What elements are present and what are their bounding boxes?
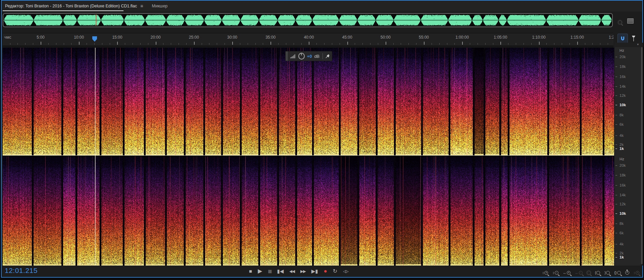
timed-record-button[interactable]: [625, 268, 629, 275]
chevron-down-icon[interactable]: ▾: [637, 43, 639, 46]
frequency-tick: [615, 213, 617, 214]
frequency-label: 6k: [620, 122, 624, 126]
overview-waveform-strip[interactable]: [3, 13, 613, 27]
zoom-to-selection-button[interactable]: {}: [614, 268, 621, 275]
panel-list-icon[interactable]: [627, 18, 634, 24]
pause-button[interactable]: ▮▮: [268, 266, 271, 276]
zoom-to-out-point-button[interactable]: }: [604, 268, 610, 275]
loop-playback-button[interactable]: ↻: [333, 266, 337, 276]
stopwatch-icon: [625, 271, 629, 275]
zoom-modifier-glyph: ↕: [634, 271, 636, 275]
time-display[interactable]: 12:01.215: [5, 267, 38, 275]
frequency-tick: [615, 95, 617, 96]
frequency-label: 18k: [620, 173, 626, 177]
ruler-minor-tick: [408, 43, 409, 45]
ruler-minor-tick: [562, 43, 562, 45]
frequency-tick: [615, 57, 617, 57]
tab-mixer[interactable]: Микшер: [149, 1, 171, 11]
skip-to-start-button[interactable]: ▮◀: [277, 266, 284, 276]
fast-forward-button[interactable]: ▶▶: [300, 266, 306, 276]
overview-waveform-canvas[interactable]: [4, 14, 612, 26]
zoom-in-horizontal-button[interactable]: ↔+: [563, 268, 571, 275]
frequency-scale-panel: Hz20k18k16k14k12k10k8k6k4k2k1kHz20k18k16…: [615, 47, 641, 266]
ruler-minor-tick: [340, 43, 340, 45]
frequency-label: 12k: [620, 202, 626, 206]
transport-controls: ■▶▮▮▮◀◀◀▶▶▶▮●↻◁▷: [221, 266, 376, 276]
play-button[interactable]: ▶: [258, 266, 262, 276]
ruler-minor-tick: [248, 43, 248, 45]
pin-hud-icon[interactable]: [325, 54, 330, 59]
frequency-label: 20k: [620, 55, 626, 59]
ruler-minor-tick: [316, 43, 317, 45]
frequency-label: 2k: [620, 143, 624, 147]
ruler-major-tick: [577, 42, 578, 45]
stop-button[interactable]: ■: [249, 266, 252, 276]
ruler-minor-tick: [163, 43, 163, 45]
magnifier-icon: +: [636, 271, 639, 275]
ruler-time-label: 15:00: [112, 35, 122, 40]
vertical-scrollbar-thumb[interactable]: [641, 47, 643, 264]
ruler-minor-tick: [294, 43, 294, 45]
rewind-button[interactable]: ◀◀: [289, 266, 295, 276]
ruler-minor-tick: [370, 43, 370, 45]
ruler-minor-tick: [148, 43, 148, 45]
gain-knob[interactable]: [298, 53, 305, 59]
ruler-time-label: 1:00:00: [455, 35, 469, 40]
frequency-label: 4k: [620, 242, 624, 246]
frequency-tick: [615, 204, 617, 204]
ruler-minor-tick: [485, 43, 486, 45]
ruler-major-tick: [117, 42, 118, 45]
zoom-out-full-button[interactable]: -: [587, 268, 591, 275]
magnifier-icon: -: [579, 271, 583, 275]
active-tab-underline: [3, 10, 123, 11]
zoom-out-full-icon[interactable]: -: [618, 17, 622, 24]
zoom-full-vertical-button[interactable]: ↕+: [634, 268, 640, 275]
spectrogram-canvas[interactable]: [3, 48, 614, 266]
timeline-ruler[interactable]: чмс 5:0010:0015:0020:0025:0030:0035:0040…: [3, 33, 613, 46]
skip-selection-button[interactable]: ◁▷: [343, 266, 348, 276]
playhead-marker[interactable]: [92, 36, 97, 42]
frequency-tick: [615, 77, 617, 77]
zoom-modifier-glyph: ↔: [575, 271, 579, 275]
add-marker-button[interactable]: [630, 34, 638, 43]
zoom-toolbar: ↕+↕-↔+↔--{}{}↕+: [542, 266, 639, 276]
frequency-tick: [615, 233, 617, 233]
frequency-label: 8k: [620, 222, 624, 226]
frequency-tick: [615, 175, 617, 175]
gain-value[interactable]: +0: [307, 54, 312, 59]
tab-editor[interactable]: Редактор: Toni Braxton - 2016 - Toni Bra…: [2, 1, 147, 11]
ruler-time-label: 10:00: [74, 35, 84, 40]
ruler-minor-tick: [33, 43, 33, 45]
zoom-out-horizontal-button[interactable]: ↔-: [575, 268, 583, 275]
ruler-minor-tick: [179, 43, 179, 45]
frequency-label: 1k: [620, 255, 624, 259]
ruler-major-tick: [270, 42, 271, 45]
frequency-tick: [615, 145, 617, 145]
frequency-tick: [615, 149, 617, 149]
record-button[interactable]: ●: [324, 266, 327, 276]
magnifier-icon: [596, 271, 600, 275]
zoom-in-vertical-button[interactable]: ↕+: [542, 268, 548, 275]
gain-unit: dB: [314, 54, 319, 59]
ruler-minor-tick: [524, 43, 524, 45]
ruler-time-label: 1:20:00: [609, 35, 613, 40]
hud-drag-handle[interactable]: [286, 51, 288, 61]
ruler-major-tick: [386, 42, 386, 45]
panel-menu-icon[interactable]: ≡: [140, 3, 143, 9]
time-unit-label: чмс: [4, 35, 11, 40]
ruler-minor-tick: [94, 43, 95, 45]
zoom-to-in-point-button[interactable]: {: [595, 268, 600, 275]
ruler-minor-tick: [110, 43, 110, 45]
zoom-modifier-glyph: ↕: [552, 271, 554, 275]
frequency-tick: [615, 124, 617, 125]
frequency-label: 8k: [620, 113, 624, 117]
ruler-minor-tick: [546, 43, 547, 45]
ruler-minor-tick: [48, 43, 49, 45]
ruler-minor-tick: [432, 43, 432, 45]
tab-mixer-label: Микшер: [152, 4, 168, 8]
zoom-out-vertical-button[interactable]: ↕-: [552, 268, 558, 275]
ruler-minor-tick: [608, 43, 608, 45]
spectrogram-top-gutter: [3, 45, 613, 48]
skip-to-end-button[interactable]: ▶▮: [311, 266, 318, 276]
frequency-tick: [615, 185, 617, 186]
